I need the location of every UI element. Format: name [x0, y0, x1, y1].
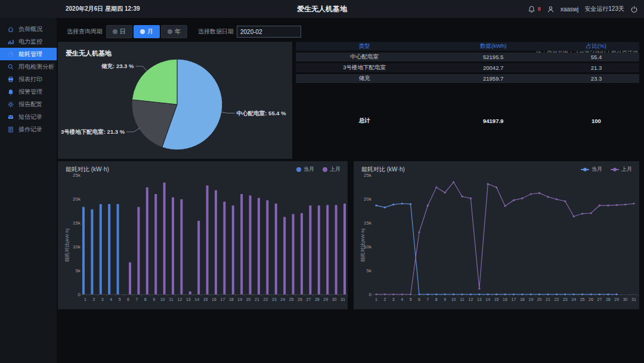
period-toggle-group: 日月年	[106, 25, 187, 38]
x-tick-label: 18	[520, 297, 525, 302]
x-tick-label: 24	[571, 297, 576, 302]
sidebar-item-label: 用电检测分析	[18, 63, 54, 71]
pie-chart: 中心配电室: 55.4 %3号楼地下配电室: 21.3 %储充: 23.3 %	[58, 42, 292, 159]
period-option-月[interactable]: 月	[134, 25, 160, 38]
x-tick-label: 27	[597, 297, 602, 302]
x-tick-label: 17	[221, 297, 225, 302]
sidebar-item-电力监控[interactable]: 电力监控	[0, 35, 57, 48]
operation-log-icon	[7, 126, 14, 133]
x-tick-label: 22	[264, 297, 268, 302]
sidebar-item-用电检测分析[interactable]: 用电检测分析	[0, 60, 57, 73]
x-tick-label: 27	[306, 297, 311, 302]
x-tick-label: 3	[392, 297, 395, 302]
filter-bar: 选择查询周期 日月年 选择数据日期	[67, 24, 301, 39]
x-tick-label: 6	[127, 297, 129, 302]
x-tick-label: 17	[512, 297, 516, 302]
sidebar-item-label: 电力监控	[18, 38, 42, 46]
x-tick-label: 7	[135, 297, 138, 302]
bar-chart: 05k10k15k20k25k1234567891011121314151617…	[58, 161, 348, 309]
analysis-magnifier-icon	[7, 63, 14, 70]
pie-label: 3号楼地下配电室: 21.3 %	[61, 128, 125, 135]
y-tick-label: 25k	[364, 173, 372, 178]
sidebar-item-报表打印[interactable]: 报表打印	[0, 73, 57, 85]
y-tick-label: 10k	[73, 244, 81, 250]
y-tick-label: 0	[369, 292, 372, 297]
x-tick-label: 11	[460, 297, 464, 302]
y-tick-label: 5k	[76, 268, 81, 273]
sidebar-item-label: 短信记录	[18, 113, 42, 121]
username-text[interactable]: xaaswj	[561, 6, 579, 13]
x-tick-label: 1	[375, 297, 377, 302]
sidebar-item-短信记录[interactable]: 短信记录	[0, 110, 57, 123]
y-tick-label: 15k	[364, 220, 372, 226]
line-chart-panel: 能耗对比 (kW·h) 当月上月 能耗对比(kW·h) 05k10k15k20k…	[354, 161, 639, 309]
x-tick-label: 3	[101, 297, 104, 302]
x-tick-label: 16	[503, 297, 507, 302]
pie-panel: 爱生无人机基地 注：点击饼图，可查看对应的下级分类详情 中心配电室: 55.4 …	[58, 42, 292, 159]
notification-count-badge: 8	[538, 6, 541, 12]
x-tick-label: 4	[401, 297, 403, 302]
x-tick-label: 29	[323, 297, 328, 302]
safe-days-text: 安全运行123天	[584, 5, 624, 13]
radio-dot-icon	[113, 29, 117, 34]
bell-icon[interactable]	[528, 5, 535, 13]
table-row: 储充21959.723.3	[296, 74, 639, 83]
x-tick-label: 24	[280, 297, 285, 302]
period-option-label: 月	[147, 27, 153, 36]
sidebar-item-操作记录[interactable]: 操作记录	[0, 123, 57, 136]
bar-series-当月	[82, 204, 119, 294]
x-tick-label: 23	[563, 297, 568, 302]
x-tick-label: 19	[237, 297, 242, 302]
line-chart: 05k10k15k20k25k1234567891011121314151617…	[354, 161, 639, 309]
pie-label: 储充: 23.3 %	[101, 63, 134, 69]
y-tick-label: 15k	[73, 220, 81, 226]
sidebar-item-label: 负荷概况	[18, 25, 42, 33]
x-tick-label: 25	[289, 297, 294, 302]
x-tick-label: 6	[418, 297, 420, 302]
x-tick-label: 30	[623, 297, 628, 302]
x-tick-label: 28	[606, 297, 611, 302]
y-tick-label: 25k	[73, 173, 81, 178]
x-tick-label: 15	[494, 297, 499, 302]
bar-chart-panel: 能耗对比 (kW·h) 当月上月 能耗对比(kW·h) 05k10k15k20k…	[58, 161, 348, 309]
config-gear-icon	[7, 101, 14, 108]
x-tick-label: 14	[194, 297, 199, 302]
period-option-label: 年	[175, 27, 181, 36]
x-tick-label: 20	[246, 297, 251, 302]
x-tick-label: 11	[169, 297, 173, 302]
x-tick-label: 9	[444, 297, 446, 302]
sidebar-item-负荷概况[interactable]: 负荷概况	[0, 23, 57, 35]
x-tick-label: 19	[528, 297, 533, 302]
power-icon[interactable]	[630, 5, 638, 13]
x-tick-label: 31	[340, 297, 345, 302]
x-tick-label: 20	[537, 297, 542, 302]
period-option-日[interactable]: 日	[106, 25, 132, 38]
sidebar-item-报告配置[interactable]: 报告配置	[0, 98, 57, 110]
y-tick-label: 20k	[364, 196, 372, 202]
energy-pie-icon	[7, 51, 14, 58]
x-tick-label: 15	[203, 297, 208, 302]
x-tick-label: 9	[153, 297, 155, 302]
table-row: 3号楼地下配电室20042.721.3	[296, 63, 639, 72]
pie-slice-储充[interactable]	[132, 59, 177, 104]
x-tick-label: 13	[186, 297, 191, 302]
sidebar-item-报警管理[interactable]: 报警管理	[0, 85, 57, 98]
period-option-label: 日	[120, 27, 126, 36]
x-tick-label: 30	[332, 297, 337, 302]
sidebar-item-label: 能耗管理	[18, 50, 42, 59]
table-total-row: 总计94197.9100	[296, 116, 639, 125]
top-bar: 2020年2月6日 星期四 12:39 爱生无人机基地 8 xaaswj 安全运…	[0, 0, 644, 18]
sidebar-item-label: 报告配置	[18, 100, 42, 109]
x-tick-label: 10	[160, 297, 165, 302]
x-tick-label: 8	[435, 297, 438, 302]
period-option-年[interactable]: 年	[161, 25, 187, 38]
alarm-bell-icon	[7, 88, 14, 96]
sidebar-item-能耗管理[interactable]: 能耗管理	[0, 48, 57, 60]
x-tick-label: 23	[272, 297, 277, 302]
x-tick-label: 10	[451, 297, 456, 302]
x-tick-label: 22	[555, 297, 559, 302]
date-input[interactable]	[237, 26, 301, 38]
x-tick-label: 28	[315, 297, 320, 302]
x-tick-label: 26	[589, 297, 593, 302]
user-icon[interactable]	[547, 5, 555, 13]
